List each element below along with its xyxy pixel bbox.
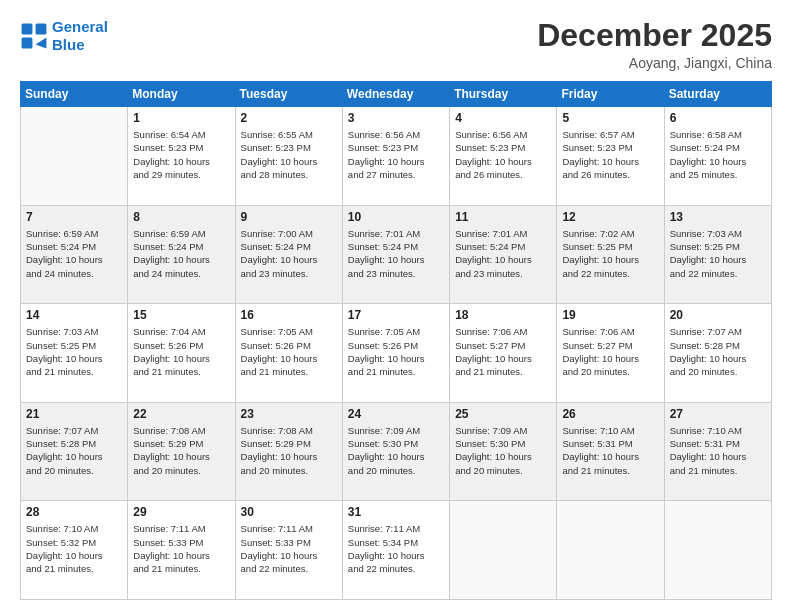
- day-number: 15: [133, 308, 229, 322]
- calendar-cell: 1Sunrise: 6:54 AMSunset: 5:23 PMDaylight…: [128, 107, 235, 206]
- calendar-cell: 27Sunrise: 7:10 AMSunset: 5:31 PMDayligh…: [664, 402, 771, 501]
- day-info: Sunrise: 7:08 AMSunset: 5:29 PMDaylight:…: [241, 424, 337, 477]
- calendar-cell: 30Sunrise: 7:11 AMSunset: 5:33 PMDayligh…: [235, 501, 342, 600]
- calendar-cell: 6Sunrise: 6:58 AMSunset: 5:24 PMDaylight…: [664, 107, 771, 206]
- calendar-cell: 16Sunrise: 7:05 AMSunset: 5:26 PMDayligh…: [235, 304, 342, 403]
- weekday-header-row: SundayMondayTuesdayWednesdayThursdayFrid…: [21, 82, 772, 107]
- day-info: Sunrise: 7:00 AMSunset: 5:24 PMDaylight:…: [241, 227, 337, 280]
- weekday-header: Saturday: [664, 82, 771, 107]
- calendar-cell: 26Sunrise: 7:10 AMSunset: 5:31 PMDayligh…: [557, 402, 664, 501]
- weekday-header: Monday: [128, 82, 235, 107]
- svg-rect-1: [36, 24, 47, 35]
- day-info: Sunrise: 7:05 AMSunset: 5:26 PMDaylight:…: [241, 325, 337, 378]
- calendar-cell: 5Sunrise: 6:57 AMSunset: 5:23 PMDaylight…: [557, 107, 664, 206]
- day-number: 25: [455, 407, 551, 421]
- calendar-cell: 24Sunrise: 7:09 AMSunset: 5:30 PMDayligh…: [342, 402, 449, 501]
- day-number: 11: [455, 210, 551, 224]
- day-number: 29: [133, 505, 229, 519]
- calendar-cell: [21, 107, 128, 206]
- day-info: Sunrise: 7:06 AMSunset: 5:27 PMDaylight:…: [455, 325, 551, 378]
- day-info: Sunrise: 7:09 AMSunset: 5:30 PMDaylight:…: [348, 424, 444, 477]
- weekday-header: Wednesday: [342, 82, 449, 107]
- calendar-cell: 25Sunrise: 7:09 AMSunset: 5:30 PMDayligh…: [450, 402, 557, 501]
- day-number: 31: [348, 505, 444, 519]
- day-number: 16: [241, 308, 337, 322]
- day-number: 10: [348, 210, 444, 224]
- logo: General Blue: [20, 18, 108, 54]
- day-number: 19: [562, 308, 658, 322]
- day-number: 30: [241, 505, 337, 519]
- calendar-cell: 14Sunrise: 7:03 AMSunset: 5:25 PMDayligh…: [21, 304, 128, 403]
- calendar-cell: [557, 501, 664, 600]
- calendar-cell: 31Sunrise: 7:11 AMSunset: 5:34 PMDayligh…: [342, 501, 449, 600]
- day-info: Sunrise: 7:06 AMSunset: 5:27 PMDaylight:…: [562, 325, 658, 378]
- day-info: Sunrise: 7:03 AMSunset: 5:25 PMDaylight:…: [26, 325, 122, 378]
- day-info: Sunrise: 6:58 AMSunset: 5:24 PMDaylight:…: [670, 128, 766, 181]
- svg-rect-0: [22, 24, 33, 35]
- day-number: 9: [241, 210, 337, 224]
- day-number: 17: [348, 308, 444, 322]
- calendar-week-row: 7Sunrise: 6:59 AMSunset: 5:24 PMDaylight…: [21, 205, 772, 304]
- day-number: 5: [562, 111, 658, 125]
- header: General Blue December 2025 Aoyang, Jiang…: [20, 18, 772, 71]
- calendar-cell: 9Sunrise: 7:00 AMSunset: 5:24 PMDaylight…: [235, 205, 342, 304]
- day-number: 21: [26, 407, 122, 421]
- day-number: 18: [455, 308, 551, 322]
- calendar-cell: 3Sunrise: 6:56 AMSunset: 5:23 PMDaylight…: [342, 107, 449, 206]
- svg-rect-2: [22, 38, 33, 49]
- day-number: 23: [241, 407, 337, 421]
- month-title: December 2025: [537, 18, 772, 53]
- calendar-week-row: 1Sunrise: 6:54 AMSunset: 5:23 PMDaylight…: [21, 107, 772, 206]
- calendar-cell: 4Sunrise: 6:56 AMSunset: 5:23 PMDaylight…: [450, 107, 557, 206]
- day-info: Sunrise: 6:57 AMSunset: 5:23 PMDaylight:…: [562, 128, 658, 181]
- day-info: Sunrise: 6:56 AMSunset: 5:23 PMDaylight:…: [348, 128, 444, 181]
- day-number: 28: [26, 505, 122, 519]
- day-info: Sunrise: 6:55 AMSunset: 5:23 PMDaylight:…: [241, 128, 337, 181]
- day-info: Sunrise: 7:04 AMSunset: 5:26 PMDaylight:…: [133, 325, 229, 378]
- day-number: 1: [133, 111, 229, 125]
- day-info: Sunrise: 7:11 AMSunset: 5:33 PMDaylight:…: [133, 522, 229, 575]
- day-number: 27: [670, 407, 766, 421]
- weekday-header: Sunday: [21, 82, 128, 107]
- calendar-cell: 21Sunrise: 7:07 AMSunset: 5:28 PMDayligh…: [21, 402, 128, 501]
- day-number: 7: [26, 210, 122, 224]
- day-number: 2: [241, 111, 337, 125]
- calendar-cell: 28Sunrise: 7:10 AMSunset: 5:32 PMDayligh…: [21, 501, 128, 600]
- calendar-cell: 7Sunrise: 6:59 AMSunset: 5:24 PMDaylight…: [21, 205, 128, 304]
- day-info: Sunrise: 7:07 AMSunset: 5:28 PMDaylight:…: [26, 424, 122, 477]
- day-number: 3: [348, 111, 444, 125]
- day-info: Sunrise: 7:07 AMSunset: 5:28 PMDaylight:…: [670, 325, 766, 378]
- weekday-header: Friday: [557, 82, 664, 107]
- calendar-cell: 15Sunrise: 7:04 AMSunset: 5:26 PMDayligh…: [128, 304, 235, 403]
- day-info: Sunrise: 7:08 AMSunset: 5:29 PMDaylight:…: [133, 424, 229, 477]
- calendar-cell: [450, 501, 557, 600]
- day-number: 13: [670, 210, 766, 224]
- calendar-cell: 29Sunrise: 7:11 AMSunset: 5:33 PMDayligh…: [128, 501, 235, 600]
- calendar-cell: 12Sunrise: 7:02 AMSunset: 5:25 PMDayligh…: [557, 205, 664, 304]
- location: Aoyang, Jiangxi, China: [537, 55, 772, 71]
- day-number: 26: [562, 407, 658, 421]
- calendar-cell: 2Sunrise: 6:55 AMSunset: 5:23 PMDaylight…: [235, 107, 342, 206]
- calendar-cell: 11Sunrise: 7:01 AMSunset: 5:24 PMDayligh…: [450, 205, 557, 304]
- day-info: Sunrise: 7:02 AMSunset: 5:25 PMDaylight:…: [562, 227, 658, 280]
- day-number: 4: [455, 111, 551, 125]
- day-info: Sunrise: 7:05 AMSunset: 5:26 PMDaylight:…: [348, 325, 444, 378]
- day-info: Sunrise: 7:10 AMSunset: 5:31 PMDaylight:…: [670, 424, 766, 477]
- day-info: Sunrise: 6:59 AMSunset: 5:24 PMDaylight:…: [26, 227, 122, 280]
- title-block: December 2025 Aoyang, Jiangxi, China: [537, 18, 772, 71]
- calendar-cell: 23Sunrise: 7:08 AMSunset: 5:29 PMDayligh…: [235, 402, 342, 501]
- calendar-cell: 8Sunrise: 6:59 AMSunset: 5:24 PMDaylight…: [128, 205, 235, 304]
- svg-marker-3: [36, 38, 47, 49]
- day-info: Sunrise: 7:10 AMSunset: 5:32 PMDaylight:…: [26, 522, 122, 575]
- day-info: Sunrise: 7:01 AMSunset: 5:24 PMDaylight:…: [348, 227, 444, 280]
- day-number: 8: [133, 210, 229, 224]
- day-info: Sunrise: 7:10 AMSunset: 5:31 PMDaylight:…: [562, 424, 658, 477]
- day-info: Sunrise: 7:11 AMSunset: 5:33 PMDaylight:…: [241, 522, 337, 575]
- day-info: Sunrise: 7:11 AMSunset: 5:34 PMDaylight:…: [348, 522, 444, 575]
- calendar-cell: 17Sunrise: 7:05 AMSunset: 5:26 PMDayligh…: [342, 304, 449, 403]
- calendar-week-row: 28Sunrise: 7:10 AMSunset: 5:32 PMDayligh…: [21, 501, 772, 600]
- calendar-cell: 19Sunrise: 7:06 AMSunset: 5:27 PMDayligh…: [557, 304, 664, 403]
- calendar-table: SundayMondayTuesdayWednesdayThursdayFrid…: [20, 81, 772, 600]
- calendar-week-row: 21Sunrise: 7:07 AMSunset: 5:28 PMDayligh…: [21, 402, 772, 501]
- day-info: Sunrise: 6:59 AMSunset: 5:24 PMDaylight:…: [133, 227, 229, 280]
